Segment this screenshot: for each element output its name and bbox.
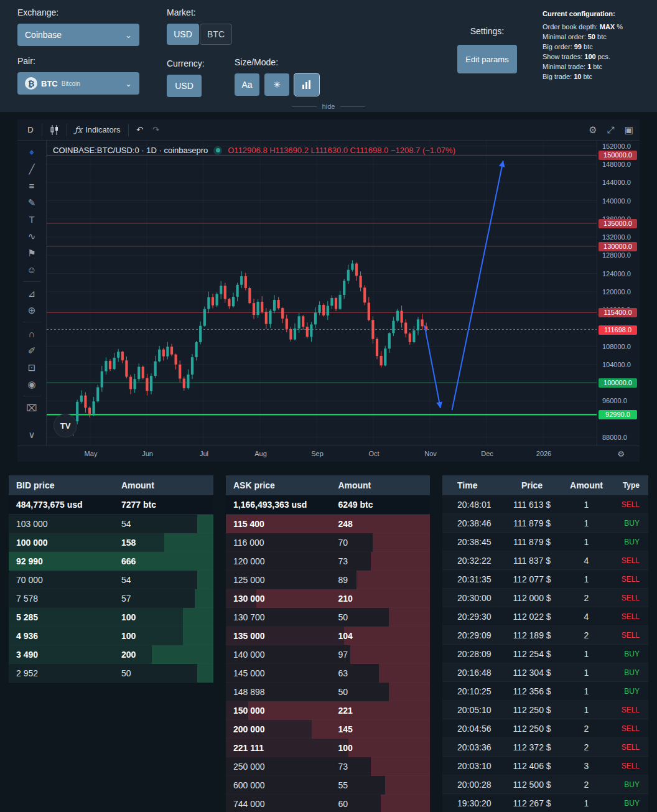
- ask-row[interactable]: 120 00073: [226, 552, 430, 571]
- ask-price-cell: 135 000: [226, 627, 338, 645]
- bid-row[interactable]: 92 990666: [9, 552, 213, 571]
- ruler-icon[interactable]: ⊿: [21, 285, 42, 302]
- ask-order-book: ASK price Amount 1,166,493,363 usd 6249 …: [226, 475, 430, 812]
- trades-panel: Time Price Amount Type 20:48:01111 613 $…: [442, 475, 648, 812]
- price-level-label: 130000.0: [599, 242, 637, 251]
- trade-price: 112 189 $: [500, 626, 564, 645]
- trade-type-badge: SELL: [608, 719, 648, 738]
- redo-button[interactable]: ↷: [148, 122, 164, 138]
- chart-plot[interactable]: COINBASE:BTC/USD:0 · 1D · coinbasepro O1…: [47, 141, 597, 446]
- ask-row[interactable]: 140 00097: [226, 645, 430, 664]
- market-usd-button[interactable]: USD: [167, 24, 199, 45]
- ask-row[interactable]: 125 00089: [226, 571, 430, 589]
- ask-row[interactable]: 130 70050: [226, 608, 430, 627]
- trade-time: 20:05:10: [442, 701, 500, 719]
- trade-time: 20:16:48: [442, 663, 500, 682]
- ask-row[interactable]: 221 111100: [226, 739, 430, 757]
- crosshair-icon[interactable]: ⌖: [21, 144, 42, 161]
- trade-price: 112 304 $: [500, 663, 564, 682]
- magnet-icon[interactable]: ∩: [21, 325, 42, 342]
- ask-row[interactable]: 135 000104: [226, 627, 430, 645]
- more-tools-icon[interactable]: ∨: [21, 426, 42, 443]
- chart-style-button[interactable]: [45, 122, 63, 138]
- trade-type-badge: SELL: [608, 757, 648, 775]
- pair-select[interactable]: ₿ BTC Bitcoin ⌄: [17, 72, 139, 95]
- indicators-label: Indicators: [85, 125, 120, 134]
- pair-symbol: BTC: [41, 79, 58, 88]
- ask-row[interactable]: 130 000210: [226, 589, 430, 608]
- bars-mode-button[interactable]: [294, 73, 319, 96]
- trade-row: 20:03:36112 372 $2SELL: [442, 738, 648, 757]
- bid-row[interactable]: 7 57857: [9, 589, 213, 608]
- bid-row[interactable]: 2 95250: [9, 664, 213, 683]
- hide-toggle[interactable]: hide: [292, 103, 365, 110]
- bid-price-cell: 7 578: [9, 589, 121, 608]
- font-size-button[interactable]: Aa: [235, 73, 259, 96]
- trade-time: 20:03:36: [442, 738, 500, 757]
- ask-row[interactable]: 145 00063: [226, 664, 430, 683]
- trade-price: 111 613 $: [500, 495, 564, 514]
- price-axis[interactable]: 88000.096000.0100000.0104000.0108000.011…: [597, 141, 638, 446]
- text-tool-icon[interactable]: T: [21, 211, 42, 228]
- chart-settings-gear-icon[interactable]: ⚙: [589, 124, 597, 136]
- edit-params-button[interactable]: Edit params: [457, 45, 517, 73]
- ohlc-readout: O112906.8 H113690.2 L111630.0 C111698.0 …: [228, 146, 455, 155]
- exchange-select[interactable]: Coinbase ⌄: [17, 24, 139, 46]
- price-tick: 148000.0: [602, 161, 631, 168]
- fib-retracement-icon[interactable]: ≡: [21, 177, 42, 194]
- zoom-in-icon[interactable]: ⊕: [21, 302, 42, 319]
- time-axis[interactable]: ⚙ MayJunJulAugSepOctNovDec2026: [17, 446, 640, 462]
- forecast-icon[interactable]: ⚑: [21, 245, 42, 261]
- bid-row[interactable]: 3 490200: [9, 645, 213, 664]
- interval-button[interactable]: D: [22, 122, 39, 138]
- ask-row[interactable]: 148 89850: [226, 683, 430, 701]
- btc-coin-icon: ₿: [25, 77, 37, 90]
- indicators-button[interactable]: ƒx Indicators: [70, 122, 125, 138]
- bid-row[interactable]: 70 00054: [9, 571, 213, 589]
- ask-row[interactable]: 115 400248: [226, 515, 430, 533]
- xabcd-pattern-icon[interactable]: ∿: [21, 228, 42, 245]
- price-tick: 132000.0: [602, 233, 631, 241]
- bid-row[interactable]: 5 285100: [9, 608, 213, 627]
- price-tick: 88000.0: [602, 434, 627, 441]
- snapshot-camera-icon[interactable]: ▣: [625, 124, 633, 136]
- config-item: Order book depth: MAX %: [543, 22, 647, 32]
- settings-group: Settings: Edit params: [457, 26, 517, 73]
- bid-row[interactable]: 100 000158: [9, 533, 213, 552]
- ask-row[interactable]: 600 00055: [226, 776, 430, 795]
- tradingview-logo[interactable]: TV: [54, 414, 77, 437]
- bubble-mode-button[interactable]: ✳: [264, 73, 289, 96]
- divider: [292, 106, 317, 107]
- trade-row: 20:04:56112 250 $2SELL: [442, 719, 648, 738]
- brush-icon[interactable]: ✎: [21, 194, 42, 211]
- delete-all-icon[interactable]: ⌧: [21, 399, 42, 416]
- bid-price-cell: 5 285: [9, 608, 121, 627]
- ask-row[interactable]: 150 000221: [226, 701, 430, 720]
- lock-all-icon[interactable]: ⊡: [21, 359, 42, 376]
- fullscreen-icon[interactable]: ⤢: [607, 124, 615, 136]
- trade-row: 20:05:10112 250 $1SELL: [442, 701, 648, 719]
- config-item: Show trades: 100 pcs.: [543, 52, 647, 62]
- time-tick: Dec: [481, 450, 493, 457]
- hide-all-icon[interactable]: ◉: [21, 376, 42, 393]
- time-axis-settings-icon[interactable]: ⚙: [617, 449, 625, 459]
- bid-row[interactable]: 4 936100: [9, 627, 213, 645]
- ask-row[interactable]: 250 00073: [226, 757, 430, 776]
- undo-button[interactable]: ↶: [132, 122, 148, 138]
- market-btc-button[interactable]: BTC: [200, 24, 232, 45]
- trade-row: 20:00:28112 500 $2BUY: [442, 775, 648, 794]
- ask-row[interactable]: 116 00070: [226, 533, 430, 552]
- draw-mode-icon[interactable]: ✐: [21, 342, 42, 359]
- bid-amount-cell: 54: [121, 515, 213, 533]
- asterisk-mode-icon: ✳: [273, 80, 281, 90]
- ask-row[interactable]: 744 00060: [226, 795, 430, 812]
- ask-row[interactable]: 200 000145: [226, 720, 430, 739]
- currency-usd-button[interactable]: USD: [167, 75, 202, 97]
- divider: [23, 396, 40, 396]
- bid-price-header: BID price: [9, 475, 121, 495]
- emoji-icon[interactable]: ☺: [21, 261, 42, 278]
- chart-toolbar: D ƒx Indicators ↶ ↷ ⚙ ⤢ ▣: [17, 119, 640, 141]
- trend-line-icon[interactable]: ╱: [21, 161, 42, 177]
- chart-legend: COINBASE:BTC/USD:0 · 1D · coinbasepro O1…: [53, 146, 455, 155]
- bid-row[interactable]: 103 00054: [9, 515, 213, 533]
